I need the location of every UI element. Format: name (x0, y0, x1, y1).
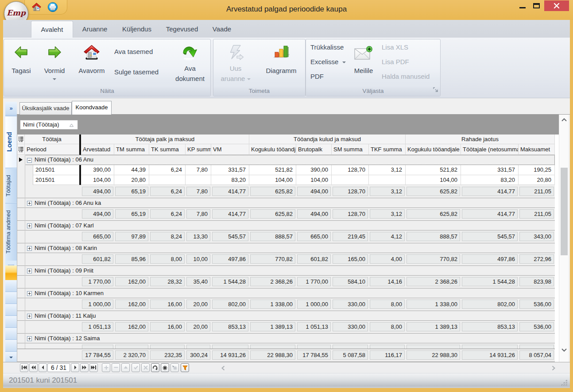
nav-item[interactable] (5, 280, 17, 292)
excelisse-button[interactable]: Excelisse (310, 57, 346, 67)
navigator-prev-page-button[interactable] (29, 363, 38, 372)
column-header-arvestatud[interactable]: Arvestatud (81, 144, 114, 155)
navigator-end-edit-button[interactable] (132, 363, 140, 372)
column-header-sm_summa[interactable]: SM summa (332, 144, 369, 155)
cell-value[interactable]: 390,00 (296, 165, 332, 175)
cell-value[interactable]: 104,00 (406, 175, 461, 184)
sulge-tasemed-button[interactable]: Sulge tasemed (114, 67, 164, 77)
nav-tab-tootajad[interactable]: Töötajad (5, 169, 17, 203)
nav-item[interactable] (5, 328, 17, 340)
home-icon[interactable] (32, 3, 41, 14)
uus-aruanne-button[interactable]: Uusaruanne (217, 41, 254, 87)
ribbon-tab-vaade[interactable]: Vaade (205, 21, 239, 38)
cell-value[interactable]: 7,80 (186, 165, 211, 175)
expand-group-button[interactable] (27, 246, 32, 250)
halda-manuseid-button[interactable]: Halda manuseid (382, 71, 430, 81)
column-header-kp_summa[interactable]: KP summa (186, 144, 211, 155)
vertical-scrollbar[interactable] (559, 115, 569, 362)
cell-periood[interactable]: 201501 (35, 175, 79, 184)
printer-icon[interactable] (47, 2, 58, 14)
ribbon-tab-kyljendus[interactable]: Küljendus (115, 21, 159, 38)
ava-dokument-button[interactable]: Avadokument (171, 41, 209, 87)
cell-value[interactable]: 521,82 (249, 165, 296, 175)
column-header-tootajale_netosumma[interactable]: Töötajale (netosumma) (461, 144, 519, 155)
band-header[interactable]: Rahade jaotus (406, 135, 555, 144)
ribbon-tab-aruanne[interactable]: Aruanne (75, 21, 115, 38)
navigator-edit-button[interactable] (121, 363, 130, 372)
cell-value[interactable]: 20,80 (519, 175, 555, 184)
cell-value[interactable] (369, 175, 406, 184)
cell-value[interactable]: 190,25 (519, 165, 555, 175)
nav-pane-collapse-button[interactable]: » (5, 102, 17, 115)
group-row[interactable]: Nimi (Töötaja) : 09 Priit (17, 265, 555, 276)
expand-group-button[interactable] (27, 223, 32, 228)
avavorm-button[interactable]: Avavorm (73, 41, 111, 87)
cell-value[interactable]: 83,20 (211, 175, 249, 184)
cell-value[interactable] (332, 175, 369, 184)
column-header-kogukulu_tooandja[interactable]: Kogukulu tööandjale (249, 144, 296, 155)
navigator-delete-button[interactable] (112, 363, 120, 372)
navigator-new-item-row-button[interactable] (161, 363, 169, 372)
column-header-brutopalk[interactable]: Brutopalk (296, 144, 332, 155)
cell-value[interactable]: 390,00 (81, 165, 114, 175)
group-row[interactable]: Nimi (Töötaja) : 08 Karin (17, 243, 555, 253)
nav-tab-loend[interactable]: Loend (5, 116, 17, 168)
ribbon-tab-avaleht[interactable]: Avaleht (31, 21, 73, 38)
column-header-tk_summa[interactable]: TK summa (149, 144, 186, 155)
cell-value[interactable]: 104,00 (296, 175, 332, 184)
navigator-last-button[interactable] (89, 363, 98, 372)
navigator-filter-button[interactable] (181, 363, 189, 372)
cell-value[interactable] (186, 175, 211, 184)
cell-value[interactable]: 104,00 (249, 175, 296, 184)
nav-tab-toofirma-andmed[interactable]: Tööfirma andmed (5, 203, 17, 261)
expand-group-button[interactable] (27, 313, 32, 318)
group-row[interactable]: Nimi (Töötaja) : 12 Saima (17, 333, 555, 343)
group-row[interactable]: Nimi (Töötaja) : 06 Anu (17, 155, 555, 165)
diagramm-button[interactable]: Diagramm (259, 41, 303, 87)
cell-value[interactable]: 44,39 (114, 165, 149, 175)
cell-value[interactable]: 331,57 (211, 165, 249, 175)
lisa-xls-button[interactable]: Lisa XLS (382, 42, 408, 52)
group-row[interactable]: Nimi (Töötaja) : 07 Karl (17, 220, 555, 231)
navigator-cancel-edit-button[interactable] (141, 363, 150, 372)
tagasi-button[interactable]: Tagasi (5, 41, 37, 87)
cell-value[interactable]: 331,57 (461, 165, 519, 175)
expand-group-button[interactable] (27, 291, 32, 296)
cell-value[interactable]: 6,24 (149, 165, 186, 175)
column-header-kogukulu_tooandjale[interactable]: Kogukulu tööandjale (406, 144, 461, 155)
cell-value[interactable] (149, 175, 186, 184)
cell-value[interactable]: 3,12 (369, 165, 406, 175)
nav-item[interactable] (5, 316, 17, 328)
group-row[interactable]: Nimi (Töötaja) : 10 Karmen (17, 288, 555, 298)
data-row[interactable]: 201501104,0020,8083,20104,00104,00104,00… (17, 175, 555, 185)
meilile-button[interactable]: Meilile (347, 41, 380, 87)
column-header-vm[interactable]: VM (211, 144, 249, 155)
column-header-maksuametile[interactable]: Maksuamet (519, 144, 555, 155)
minimize-button[interactable] (519, 7, 526, 8)
pdf-button[interactable]: PDF (310, 71, 324, 81)
navigator-refresh-button[interactable] (151, 363, 159, 372)
cell-value[interactable]: 20,80 (114, 175, 149, 184)
column-header-tm_summa[interactable]: TM summa (114, 144, 149, 155)
column-header-periood[interactable]: Periood (25, 144, 79, 155)
navigator-append-button[interactable] (102, 363, 110, 372)
band-header[interactable]: Töötaja palk ja maksud (81, 135, 249, 144)
maximize-button[interactable] (533, 3, 540, 8)
nav-item[interactable] (5, 292, 17, 304)
navigator-new-item-row-alt-button[interactable] (170, 363, 179, 372)
cell-value[interactable]: 83,20 (461, 175, 519, 184)
navigator-prev-button[interactable] (39, 363, 47, 372)
navigator-next-page-button[interactable] (80, 363, 89, 372)
ribbon-tab-tegevused[interactable]: Tegevused (159, 21, 205, 38)
cell-value[interactable]: 128,70 (332, 165, 369, 175)
nav-item[interactable] (5, 304, 17, 316)
cell-value[interactable]: 104,00 (81, 175, 114, 184)
band-header[interactable]: Tööandja kulud ja maksud (249, 135, 406, 144)
vormid-button[interactable]: Vormid (37, 41, 72, 87)
collapse-group-button[interactable] (27, 158, 32, 162)
group-by-panel[interactable]: Nimi (Töötaja) (17, 115, 559, 135)
group-row[interactable]: Nimi (Töötaja) : 11 Kalju (17, 311, 555, 321)
column-header-tkf_summa[interactable]: TKF summa (369, 144, 406, 155)
vertical-scrollbar-thumb[interactable] (561, 168, 568, 255)
data-row[interactable]: 201501390,0044,396,247,80331,57521,82390… (17, 165, 555, 175)
